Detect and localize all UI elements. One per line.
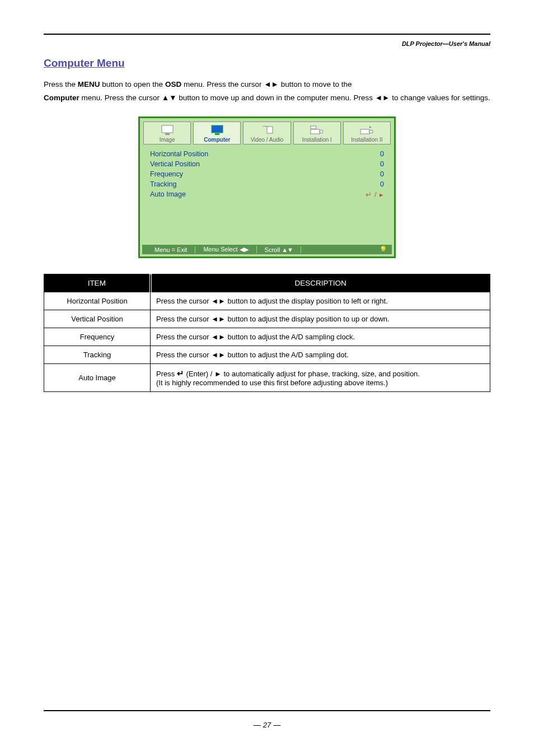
osd-tab-label: Video / Audio — [243, 137, 290, 143]
items-table: ITEM DESCRIPTION Horizontal Position Pre… — [44, 274, 490, 392]
instruction-line-1: Press the MENU button to open the OSD me… — [44, 80, 490, 90]
osd-row-label: Frequency — [150, 170, 183, 178]
auto-image-note: (It is highly recommended to use this fi… — [156, 379, 388, 387]
osd-row-label: Horizontal Position — [150, 150, 208, 158]
osd-tab-computer[interactable]: Computer — [193, 122, 241, 144]
instruction-line-2: Computer menu. Press the cursor ▲▼ butto… — [44, 93, 490, 103]
osd-row-tracking[interactable]: Tracking 0 — [150, 179, 384, 189]
projector-icon — [309, 124, 325, 136]
text: Press — [156, 370, 177, 378]
osd-row-value: 0 — [380, 180, 384, 188]
text: button to open the — [100, 80, 165, 88]
osd-row-hpos[interactable]: Horizontal Position 0 — [150, 149, 384, 159]
item-label: Horizontal Position — [44, 292, 151, 310]
svg-rect-5 — [311, 129, 320, 134]
table-header-row: ITEM DESCRIPTION — [44, 274, 490, 292]
item-label: Frequency — [44, 328, 151, 346]
item-desc: Press the cursor ◄► button to adjust the… — [151, 292, 490, 310]
osd-footer-select: Menu Select ◀▶ — [195, 246, 256, 253]
osd-row-label: Auto Image — [150, 190, 186, 199]
text: Press the — [44, 80, 78, 88]
col-header-item: ITEM — [44, 274, 151, 292]
svg-rect-3 — [215, 133, 219, 135]
osd-row-value: 0 — [380, 170, 384, 178]
menu-keyword: MENU — [78, 80, 100, 88]
svg-rect-1 — [165, 133, 170, 135]
svg-rect-7 — [311, 126, 316, 129]
text: (Enter) / ► to automatically adjust for … — [184, 370, 420, 378]
table-row: Tracking Press the cursor ◄► button to a… — [44, 346, 490, 364]
table-row: Auto Image Press ↵ (Enter) / ► to automa… — [44, 364, 490, 392]
osd-row-value: 0 — [380, 160, 384, 168]
osd-body: Horizontal Position 0 Vertical Position … — [140, 144, 394, 245]
osd-tab-label: Image — [144, 137, 190, 143]
osd-tab-label: Installation I — [294, 137, 340, 143]
up-down-triangle-icon: ▲▼ — [282, 246, 293, 253]
svg-rect-2 — [212, 125, 223, 133]
osd-row-auto-image[interactable]: Auto Image ↵ / ▸ — [150, 189, 384, 200]
table-row: Frequency Press the cursor ◄► button to … — [44, 328, 490, 346]
enter-arrow-icon: ↵ / ▸ — [366, 190, 384, 199]
video-audio-icon — [259, 124, 275, 136]
osd-row-frequency[interactable]: Frequency 0 — [150, 169, 384, 179]
table-row: Vertical Position Press the cursor ◄► bu… — [44, 310, 490, 328]
item-desc: Press the cursor ◄► button to adjust the… — [151, 346, 490, 364]
svg-rect-4 — [267, 127, 273, 133]
osd-tab-image[interactable]: Image — [143, 122, 191, 144]
col-header-desc: DESCRIPTION — [151, 274, 490, 292]
projector-icon — [359, 124, 374, 136]
osd-footer-scroll: Scroll ▲▼ — [257, 246, 301, 253]
osd-tab-label: Installation II — [344, 137, 390, 143]
osd-row-label: Vertical Position — [150, 160, 200, 168]
computer-icon — [209, 124, 225, 136]
osd-tab-bar: Image Computer Video / Audio Installatio… — [140, 118, 394, 144]
svg-rect-8 — [360, 129, 369, 134]
item-desc: Press the cursor ◄► button to adjust the… — [151, 310, 490, 328]
item-label: Tracking — [44, 346, 151, 364]
page-number: 27 — [0, 721, 534, 729]
svg-point-6 — [320, 130, 323, 133]
item-desc: Press the cursor ◄► button to adjust the… — [151, 328, 490, 346]
doc-title-right: DLP Projector—User's Manual — [44, 40, 490, 47]
enter-icon: ↵ — [177, 368, 184, 378]
table-row: Horizontal Position Press the cursor ◄► … — [44, 292, 490, 310]
text: menu. Press the cursor ◄► button to move… — [181, 80, 352, 88]
osd-row-vpos[interactable]: Vertical Position 0 — [150, 159, 384, 169]
section-heading: Computer Menu — [44, 57, 490, 69]
item-label: Vertical Position — [44, 310, 151, 328]
osd-screenshot: Image Computer Video / Audio Installatio… — [138, 116, 396, 258]
osd-keyword: OSD — [165, 80, 181, 88]
osd-footer: Menu = Exit Menu Select ◀▶ Scroll ▲▼ 💡 — [142, 245, 392, 254]
computer-keyword: Computer — [44, 94, 79, 102]
monitor-icon — [160, 124, 175, 136]
svg-point-9 — [369, 130, 373, 133]
osd-tab-video-audio[interactable]: Video / Audio — [243, 122, 291, 144]
osd-row-label: Tracking — [150, 180, 176, 188]
osd-tab-installation-2[interactable]: Installation II — [343, 122, 391, 144]
bulb-icon: 💡 — [380, 246, 387, 253]
text: menu. Press the cursor ▲▼ button to move… — [79, 94, 490, 102]
osd-footer-exit: Menu = Exit — [147, 246, 195, 253]
osd-tab-installation-1[interactable]: Installation I — [293, 122, 341, 144]
osd-tab-label: Computer — [194, 137, 240, 143]
item-label: Auto Image — [44, 364, 151, 392]
svg-rect-0 — [162, 125, 173, 133]
osd-footer-bulb: 💡 — [372, 246, 387, 253]
item-desc: Press ↵ (Enter) / ► to automatically adj… — [151, 364, 490, 392]
osd-row-value: 0 — [380, 150, 384, 158]
